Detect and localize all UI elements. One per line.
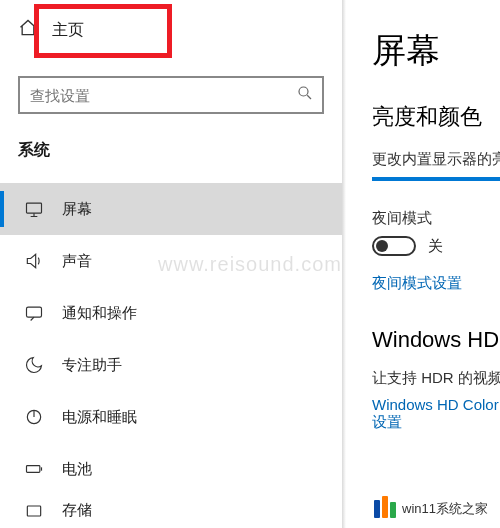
nav-item-notifications[interactable]: 通知和操作 [0, 287, 342, 339]
home-link[interactable]: 主页 [18, 12, 324, 48]
storage-icon [24, 501, 44, 521]
toggle-state: 关 [428, 237, 443, 256]
hd-color-desc: 让支持 HDR 的视频、游戏和应用画面更明亮、更生动。 [372, 369, 500, 388]
logo-icon [374, 500, 396, 518]
search-input[interactable] [18, 76, 324, 114]
moon-icon [24, 355, 44, 375]
nav-item-sound[interactable]: 声音 [0, 235, 342, 287]
content-pane: 屏幕 亮度和颜色 更改内置显示器的亮度 夜间模式 关 夜间模式设置 Window… [342, 0, 500, 528]
night-mode-label: 夜间模式 [372, 209, 500, 228]
monitor-icon [24, 199, 44, 219]
toggle-knob [376, 240, 388, 252]
footer-logo: win11系统之家 [368, 496, 494, 522]
home-icon [18, 18, 38, 42]
power-icon [24, 407, 44, 427]
svg-point-0 [299, 87, 308, 96]
search-box[interactable] [18, 76, 324, 114]
nav-label: 电源和睡眠 [62, 408, 137, 427]
page-title: 屏幕 [372, 28, 500, 74]
nav-item-battery[interactable]: 电池 [0, 443, 342, 495]
nav-label: 存储 [62, 501, 92, 520]
night-mode-settings-link[interactable]: 夜间模式设置 [372, 274, 462, 293]
nav-item-display[interactable]: 屏幕 [0, 183, 342, 235]
svg-rect-2 [27, 307, 42, 317]
sidebar: 主页 系统 屏幕 声音 [0, 0, 342, 528]
brightness-heading: 亮度和颜色 [372, 102, 500, 132]
nav-label: 通知和操作 [62, 304, 137, 323]
nav-item-focus[interactable]: 专注助手 [0, 339, 342, 391]
hd-color-link[interactable]: Windows HD Color 设置 [372, 396, 500, 432]
search-icon [296, 84, 314, 106]
chat-icon [24, 303, 44, 323]
home-label: 主页 [52, 20, 84, 41]
hd-color-heading: Windows HD Color [372, 327, 500, 353]
night-mode-toggle[interactable] [372, 236, 416, 256]
svg-rect-4 [27, 466, 40, 473]
settings-window: 主页 系统 屏幕 声音 [0, 0, 500, 528]
nav-label: 声音 [62, 252, 92, 271]
battery-icon [24, 459, 44, 479]
nav-label: 屏幕 [62, 200, 92, 219]
nav-label: 专注助手 [62, 356, 122, 375]
svg-rect-5 [27, 506, 40, 516]
svg-rect-1 [27, 203, 42, 213]
section-title: 系统 [0, 114, 342, 173]
nav-label: 电池 [62, 460, 92, 479]
footer-text: win11系统之家 [402, 500, 488, 518]
nav-item-power[interactable]: 电源和睡眠 [0, 391, 342, 443]
nav-list: 屏幕 声音 通知和操作 专注助手 [0, 183, 342, 525]
brightness-desc: 更改内置显示器的亮度 [372, 150, 500, 169]
brightness-slider[interactable] [372, 177, 500, 181]
nav-item-storage[interactable]: 存储 [0, 495, 342, 525]
speaker-icon [24, 251, 44, 271]
